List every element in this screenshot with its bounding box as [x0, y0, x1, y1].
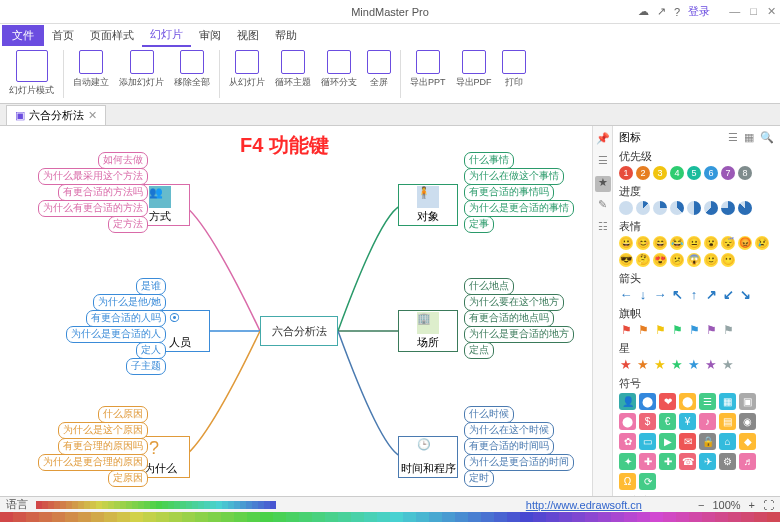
face-10[interactable]: 🤔	[636, 253, 650, 267]
leaf-node[interactable]: 有更合适的人吗	[86, 310, 166, 327]
center-topic[interactable]: 六合分析法	[260, 316, 338, 346]
symbol-7[interactable]: ⬤	[619, 413, 636, 430]
face-2[interactable]: 😄	[653, 236, 667, 250]
leaf-node[interactable]: 为什么是更合理的原因	[38, 454, 148, 471]
leaf-node[interactable]: 为什么是更合适的事情	[464, 200, 574, 217]
zoom-in-icon[interactable]: +	[749, 499, 755, 511]
doc-tab[interactable]: ▣ 六合分析法 ✕	[6, 105, 106, 125]
arrow-1[interactable]: ↓	[636, 288, 650, 302]
symbol-28[interactable]: Ω	[619, 473, 636, 490]
leaf-node[interactable]: 什么地点	[464, 278, 514, 295]
rail-list-icon[interactable]: ☰	[595, 154, 611, 170]
star-1[interactable]: ★	[636, 358, 650, 372]
rail-cal-icon[interactable]: ☷	[595, 220, 611, 236]
flag-5[interactable]: ⚑	[704, 323, 718, 337]
branch-time[interactable]: 🕒时间和程序	[398, 436, 458, 478]
leaf-node[interactable]: 什么时候	[464, 406, 514, 423]
star-6[interactable]: ★	[721, 358, 735, 372]
face-4[interactable]: 😐	[687, 236, 701, 250]
symbol-9[interactable]: €	[659, 413, 676, 430]
symbol-24[interactable]: ☎	[679, 453, 696, 470]
symbol-13[interactable]: ◉	[739, 413, 756, 430]
leaf-node[interactable]: 有更合适的事情吗	[464, 184, 554, 201]
leaf-node[interactable]: 为什么在这个时候	[464, 422, 554, 439]
symbol-12[interactable]: ▤	[719, 413, 736, 430]
leaf-node[interactable]: 定人	[136, 342, 166, 359]
leaf-node[interactable]: 为什么最采用这个方法	[38, 168, 148, 185]
rail-icons-icon[interactable]: ★	[595, 176, 611, 192]
progress-0[interactable]	[619, 201, 633, 215]
symbol-6[interactable]: ▣	[739, 393, 756, 410]
menu-help[interactable]: 帮助	[267, 25, 305, 46]
symbol-27[interactable]: ♬	[739, 453, 756, 470]
rb-exportpdf[interactable]: 导出PDF	[453, 48, 495, 91]
face-13[interactable]: 😱	[687, 253, 701, 267]
rb-print[interactable]: 打印	[499, 48, 529, 91]
symbol-25[interactable]: ✈	[699, 453, 716, 470]
symbol-15[interactable]: ▭	[639, 433, 656, 450]
face-0[interactable]: 😀	[619, 236, 633, 250]
share-icon[interactable]: ↗	[657, 5, 666, 18]
symbol-29[interactable]: ⟳	[639, 473, 656, 490]
minimize-icon[interactable]: —	[729, 5, 740, 18]
arrow-3[interactable]: ↖	[670, 288, 684, 302]
leaf-node[interactable]: 是谁	[136, 278, 166, 295]
rb-looptheme[interactable]: 循环主题	[272, 48, 314, 91]
leaf-node[interactable]: 为什么是更合适的人	[66, 326, 166, 343]
leaf-node[interactable]: 为什么是更合适的地方	[464, 326, 574, 343]
canvas[interactable]: F4 功能键 六合分析法 👥方式 ⦿人员 ?为什么 🧍对象 🏢场所 🕒时间和程序…	[0, 126, 612, 496]
view-list-icon[interactable]: ☰	[728, 131, 738, 144]
priority-2[interactable]: 2	[636, 166, 650, 180]
status-lang[interactable]: 语言	[6, 497, 28, 512]
star-5[interactable]: ★	[704, 358, 718, 372]
rb-removeall[interactable]: 移除全部	[171, 48, 213, 91]
face-6[interactable]: 😴	[721, 236, 735, 250]
symbol-8[interactable]: $	[639, 413, 656, 430]
priority-3[interactable]: 3	[653, 166, 667, 180]
leaf-node[interactable]: 定时	[464, 470, 494, 487]
priority-4[interactable]: 4	[670, 166, 684, 180]
symbol-17[interactable]: ✉	[679, 433, 696, 450]
priority-8[interactable]: 8	[738, 166, 752, 180]
zoom-out-icon[interactable]: −	[698, 499, 704, 511]
flag-6[interactable]: ⚑	[721, 323, 735, 337]
leaf-node[interactable]: 什么事情	[464, 152, 514, 169]
priority-5[interactable]: 5	[687, 166, 701, 180]
symbol-23[interactable]: ✚	[659, 453, 676, 470]
symbol-2[interactable]: ❤	[659, 393, 676, 410]
symbol-4[interactable]: ☰	[699, 393, 716, 410]
cloud-icon[interactable]: ☁	[638, 5, 649, 18]
fit-icon[interactable]: ⛶	[763, 499, 774, 511]
file-menu[interactable]: 文件	[2, 25, 44, 46]
leaf-node[interactable]: 有更合理的原因吗	[58, 438, 148, 455]
maximize-icon[interactable]: □	[750, 5, 757, 18]
flag-2[interactable]: ⚑	[653, 323, 667, 337]
leaf-node[interactable]: 定事	[464, 216, 494, 233]
face-9[interactable]: 😎	[619, 253, 633, 267]
status-link[interactable]: http://www.edrawsoft.cn	[526, 499, 642, 511]
leaf-node[interactable]: 定方法	[108, 216, 148, 233]
menu-slideshow[interactable]: 幻灯片	[142, 24, 191, 47]
rail-clip-icon[interactable]: ✎	[595, 198, 611, 214]
menu-review[interactable]: 审阅	[191, 25, 229, 46]
face-5[interactable]: 😮	[704, 236, 718, 250]
leaf-node[interactable]: 为什么在做这个事情	[464, 168, 564, 185]
symbol-18[interactable]: 🔒	[699, 433, 716, 450]
view-grid-icon[interactable]: ▦	[744, 131, 754, 144]
symbol-5[interactable]: ▦	[719, 393, 736, 410]
leaf-node[interactable]: 为什么有更合适的方法	[38, 200, 148, 217]
face-7[interactable]: 😡	[738, 236, 752, 250]
flag-4[interactable]: ⚑	[687, 323, 701, 337]
arrow-6[interactable]: ↙	[721, 288, 735, 302]
star-4[interactable]: ★	[687, 358, 701, 372]
star-2[interactable]: ★	[653, 358, 667, 372]
menu-view[interactable]: 视图	[229, 25, 267, 46]
leaf-node[interactable]: 定原因	[108, 470, 148, 487]
face-8[interactable]: 😢	[755, 236, 769, 250]
close-icon[interactable]: ✕	[767, 5, 776, 18]
rb-autobuild[interactable]: 自动建立	[70, 48, 112, 91]
symbol-1[interactable]: ⬤	[639, 393, 656, 410]
face-15[interactable]: 😶	[721, 253, 735, 267]
symbol-14[interactable]: ✿	[619, 433, 636, 450]
symbol-21[interactable]: ✦	[619, 453, 636, 470]
